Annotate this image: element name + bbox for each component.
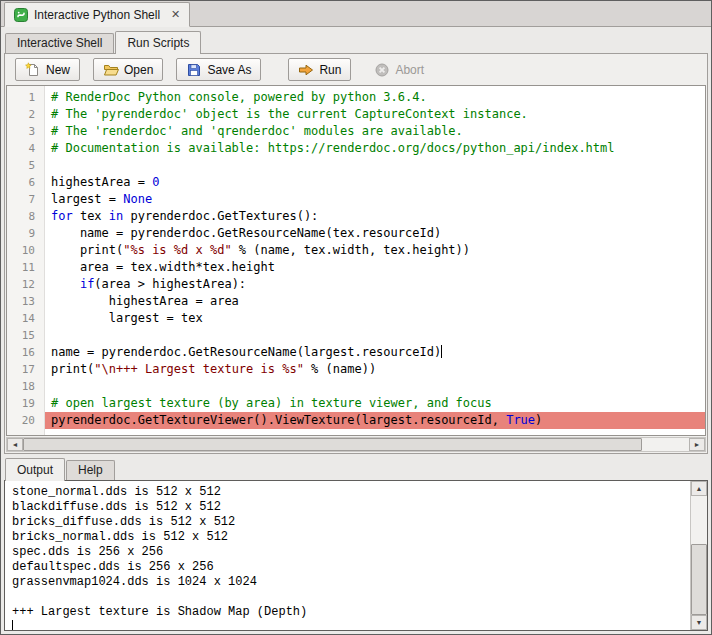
code-line[interactable]: 2# The 'pyrenderdoc' object is the curre… [7,106,705,123]
line-number: 14 [7,310,45,327]
code-line[interactable]: 18 [7,378,705,395]
open-button-label: Open [124,63,153,77]
shell-tab-bar: Interactive Shell Run Scripts [4,31,708,54]
line-number: 8 [7,208,45,225]
window-tab[interactable]: Interactive Python Shell ✕ [4,2,190,27]
tab-help[interactable]: Help [66,460,115,480]
code-line[interactable]: 20pyrenderdoc.GetTextureViewer().ViewTex… [7,412,705,429]
line-number: 20 [7,412,45,429]
horizontal-scrollbar[interactable]: ◄ ► [6,437,706,452]
code-line[interactable]: 14 largest = tex [7,310,705,327]
run-button[interactable]: Run [288,58,351,81]
output-line: blackdiffuse.dds is 512 x 512 [12,500,688,515]
scroll-down-icon[interactable]: ▼ [691,615,707,630]
output-text[interactable]: stone_normal.dds is 512 x 512blackdiffus… [5,481,690,630]
horizontal-scroll-track[interactable] [23,438,689,451]
new-button[interactable]: New [15,58,80,81]
code-line[interactable]: 7largest = None [7,191,705,208]
window-tab-title: Interactive Python Shell [34,8,160,22]
open-button[interactable]: Open [93,58,163,81]
line-number: 2 [7,106,45,123]
output-line [12,590,688,605]
line-number: 16 [7,344,45,361]
output-line: spec.dds is 256 x 256 [12,545,688,560]
save-floppy-icon [186,62,202,78]
line-number: 7 [7,191,45,208]
code-line[interactable]: 12 if(area > highestArea): [7,276,705,293]
output-line: bricks_normal.dds is 512 x 512 [12,530,688,545]
output-caret [12,620,13,630]
line-number: 17 [7,361,45,378]
line-number: 13 [7,293,45,310]
code-lines: 1# RenderDoc Python console, powered by … [7,86,705,429]
scroll-left-icon[interactable]: ◄ [7,438,23,451]
tab-interactive-shell[interactable]: Interactive Shell [5,33,114,53]
vertical-scroll-track[interactable] [691,496,707,615]
new-button-label: New [46,63,70,77]
code-line[interactable]: 19# open largest texture (by area) in te… [7,395,705,412]
text-caret [441,345,442,358]
output-line: +++ Largest texture is Shadow Map (Depth… [12,605,688,620]
output-panel: stone_normal.dds is 512 x 512blackdiffus… [4,480,708,631]
new-file-icon [25,62,41,78]
vertical-scrollbar[interactable]: ▲ ▼ [690,481,707,630]
window-tab-bar: Interactive Python Shell ✕ [1,1,711,27]
open-folder-icon [103,62,119,78]
abort-button-label: Abort [395,63,424,77]
abort-button[interactable]: Abort [364,58,434,81]
run-scripts-panel: New Open [4,53,708,454]
output-line: defaultspec.dds is 256 x 256 [12,560,688,575]
tab-output[interactable]: Output [5,458,65,481]
output-line: grassenvmap1024.dds is 1024 x 1024 [12,575,688,590]
line-number: 4 [7,140,45,157]
horizontal-scroll-thumb[interactable] [23,438,642,451]
code-line[interactable]: 11 area = tex.width*tex.height [7,259,705,276]
code-line[interactable]: 6highestArea = 0 [7,174,705,191]
code-line[interactable]: 5 [7,157,705,174]
output-line: bricks_diffuse.dds is 512 x 512 [12,515,688,530]
line-number: 19 [7,395,45,412]
code-line[interactable]: 3# The 'renderdoc' and 'qrenderdoc' modu… [7,123,705,140]
python-shell-window: Interactive Python Shell ✕ Interactive S… [0,0,712,635]
python-shell-icon [14,8,28,22]
tab-run-scripts[interactable]: Run Scripts [115,31,201,54]
line-number: 9 [7,225,45,242]
script-toolbar: New Open [5,54,707,85]
save-as-button[interactable]: Save As [176,58,261,81]
code-line[interactable]: 17print("\n+++ Largest texture is %s" % … [7,361,705,378]
run-arrow-icon [298,62,314,78]
line-number: 12 [7,276,45,293]
line-number: 1 [7,89,45,106]
code-line[interactable]: 8for tex in pyrenderdoc.GetTextures(): [7,208,705,225]
code-line[interactable]: 9 name = pyrenderdoc.GetResourceName(tex… [7,225,705,242]
save-as-button-label: Save As [207,63,251,77]
line-number: 6 [7,174,45,191]
abort-icon [374,62,390,78]
code-line[interactable]: 10 print("%s is %d x %d" % (name, tex.wi… [7,242,705,259]
scroll-right-icon[interactable]: ► [689,438,705,451]
run-button-label: Run [319,63,341,77]
code-editor[interactable]: 1# RenderDoc Python console, powered by … [6,85,706,436]
code-line[interactable]: 13 highestArea = area [7,293,705,310]
vertical-scroll-thumb[interactable] [691,544,707,615]
code-line[interactable]: 4# Documentation is available: https://r… [7,140,705,157]
line-number: 18 [7,378,45,395]
code-line[interactable]: 15 [7,327,705,344]
main-panel: Interactive Shell Run Scripts New [1,27,711,634]
scroll-up-icon[interactable]: ▲ [691,481,707,496]
code-line[interactable]: 16name = pyrenderdoc.GetResourceName(lar… [7,344,705,361]
line-number: 3 [7,123,45,140]
line-number: 10 [7,242,45,259]
code-line[interactable]: 1# RenderDoc Python console, powered by … [7,89,705,106]
line-number: 11 [7,259,45,276]
output-tab-bar: Output Help [4,458,708,481]
close-icon[interactable]: ✕ [171,8,180,21]
line-number: 15 [7,327,45,344]
output-line: stone_normal.dds is 512 x 512 [12,485,688,500]
output-caret-line [12,620,688,630]
line-number: 5 [7,157,45,174]
